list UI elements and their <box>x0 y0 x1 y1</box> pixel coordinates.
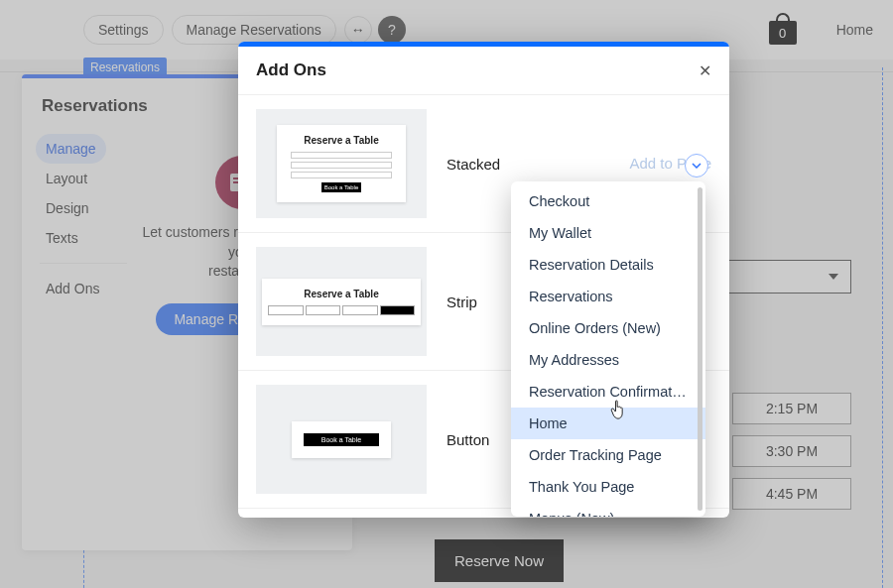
dropdown-item[interactable]: Home <box>511 408 705 439</box>
dropdown-item[interactable]: Order Tracking Page <box>511 439 705 471</box>
dropdown-item[interactable]: Reservation Confirmation <box>511 376 705 408</box>
addon-label-strip: Strip <box>446 294 506 310</box>
dropdown-item[interactable]: Online Orders (New) <box>511 312 705 344</box>
addon-thumb-strip: Reserve a Table <box>256 247 427 356</box>
dropdown-item[interactable]: Reservations <box>511 281 705 312</box>
close-icon[interactable]: ✕ <box>699 61 711 80</box>
dropdown-item[interactable]: My Wallet <box>511 217 705 249</box>
modal-title: Add Ons <box>256 60 326 80</box>
addon-thumb-button: Book a Table <box>256 385 427 494</box>
addon-label-stacked: Stacked <box>446 156 506 173</box>
dropdown-item[interactable]: My Addresses <box>511 344 705 376</box>
dropdown-item[interactable]: Checkout <box>511 185 705 217</box>
addon-thumb-stacked: Reserve a Table Book a Table <box>256 109 427 218</box>
page-select-dropdown[interactable]: CheckoutMy WalletReservation DetailsRese… <box>511 181 705 517</box>
dropdown-item[interactable]: Thank You Page <box>511 471 705 503</box>
addon-label-button: Button <box>446 431 506 448</box>
chevron-down-icon[interactable] <box>685 154 708 177</box>
dropdown-item[interactable]: Reservation Details <box>511 249 705 281</box>
dropdown-item[interactable]: Menus (New) <box>511 503 705 517</box>
